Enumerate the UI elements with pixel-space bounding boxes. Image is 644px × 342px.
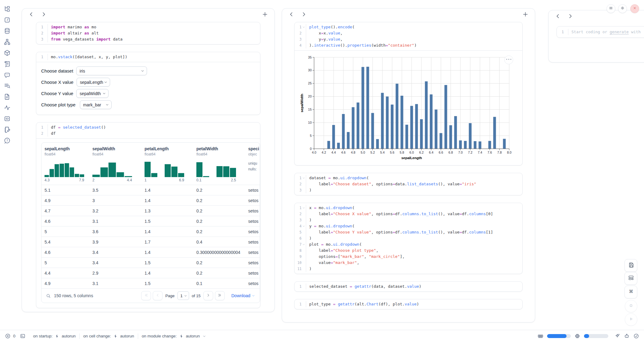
- table-footer: 150 rows, 5 columns Page 1 of 15: [41, 288, 260, 303]
- table-row: 4.93.11.50.1setos: [41, 278, 260, 288]
- dataset-dropdown[interactable]: iris: [76, 66, 147, 75]
- database-icon[interactable]: [4, 27, 11, 34]
- package-icon[interactable]: [4, 49, 11, 56]
- download-button[interactable]: Download: [231, 293, 256, 298]
- code-editor[interactable]: 1selected_dataset = getattr(data, datase…: [295, 282, 522, 291]
- bolt-icon: [113, 334, 118, 338]
- chart-actions-button[interactable]: [504, 55, 513, 64]
- table-cell: 5: [41, 229, 89, 234]
- altair-bar-chart[interactable]: 051015202530354.04.24.44.64.85.05.25.45.…: [299, 53, 512, 162]
- dropdown-row: Choose Y valuesepalWidth: [41, 89, 255, 98]
- y-value-dropdown[interactable]: sepalWidth: [76, 89, 109, 98]
- activity-icon[interactable]: [4, 104, 11, 111]
- svg-text:20: 20: [308, 94, 312, 98]
- svg-text:7.2: 7.2: [468, 151, 473, 154]
- xyplot-dropdowns-cell: 1x = mo.ui.dropdown(2 label="Choose X va…: [294, 203, 523, 274]
- chevron-down-icon: [251, 294, 256, 298]
- collapse-left-icon[interactable]: [288, 11, 295, 18]
- code-editor[interactable]: 1import marimo as mo2import altair as al…: [36, 22, 260, 44]
- file-tree-icon[interactable]: [4, 5, 11, 12]
- code-editor[interactable]: 1plot_type().encode(2 x=x.value,3 y=y.va…: [295, 22, 522, 50]
- page-select[interactable]: 1: [177, 291, 189, 300]
- column-header[interactable]: petalWidthfloat640.12.5: [193, 146, 245, 182]
- assistant-bot-icon[interactable]: [624, 333, 630, 339]
- expand-right-icon[interactable]: [300, 11, 307, 18]
- hierarchy-icon[interactable]: [4, 38, 11, 45]
- code-editor[interactable]: 1dataset = mo.ui.dropdown(2 label="Choos…: [295, 173, 522, 195]
- cpu-usage-meter: [584, 334, 608, 338]
- ai-sparkles-icon[interactable]: [614, 333, 620, 339]
- last-page-button[interactable]: [215, 291, 225, 300]
- code-editor[interactable]: 1mo.vstack([dataset, x, y, plot]): [36, 52, 260, 62]
- scroll-log-icon[interactable]: [4, 60, 11, 67]
- terminal-toggle[interactable]: [20, 333, 26, 339]
- document-icon[interactable]: [4, 93, 11, 100]
- connection-status-icon[interactable]: [633, 333, 639, 339]
- column-header[interactable]: sepalLengthfloat644.37.9: [41, 146, 89, 182]
- divider: [138, 333, 138, 339]
- table-cell: 1.5: [141, 219, 193, 224]
- generate-link[interactable]: generate: [610, 30, 629, 34]
- help-icon[interactable]: ?: [4, 137, 11, 144]
- code-editor[interactable]: 1x = mo.ui.dropdown(2 label="Choose X va…: [295, 203, 522, 274]
- svg-text:7.0: 7.0: [458, 151, 463, 154]
- close-column-button[interactable]: [630, 4, 639, 13]
- bolt-icon: [55, 334, 59, 338]
- table-cell: setos: [245, 188, 260, 193]
- svg-text:5.6: 5.6: [390, 151, 395, 154]
- table-cell: setos: [245, 229, 260, 234]
- stop-button[interactable]: [625, 300, 637, 312]
- prev-page-button[interactable]: [153, 291, 163, 300]
- on-startup-setting[interactable]: on startup: autorun: [33, 334, 76, 338]
- command-palette-button[interactable]: ⌘: [624, 286, 637, 298]
- table-cell: 1.4: [141, 271, 193, 276]
- next-page-button[interactable]: [203, 291, 213, 300]
- table-cell: 2.9: [89, 271, 141, 276]
- run-button[interactable]: [625, 313, 637, 326]
- on-module-change-setting[interactable]: on module change: autorun: [142, 334, 207, 338]
- snippets-icon[interactable]: [4, 115, 11, 122]
- table-row: 53.61.40.2setos: [41, 226, 260, 237]
- page-of-label: of 15: [192, 294, 201, 298]
- list-search-icon[interactable]: [4, 82, 11, 89]
- code-editor[interactable]: 1df = selected_dataset()2df: [36, 123, 260, 138]
- table-cell: 1.3: [141, 208, 193, 213]
- function-icon[interactable]: f: [4, 16, 11, 23]
- hist-max-label: 7.9: [79, 178, 84, 182]
- svg-text:4.8: 4.8: [351, 151, 356, 154]
- svg-text:6.8: 6.8: [449, 151, 453, 154]
- svg-text:6.4: 6.4: [429, 151, 434, 154]
- expand-right-icon[interactable]: [567, 13, 574, 20]
- chevron-down-icon: [103, 80, 108, 84]
- error-counter[interactable]: 0: [5, 333, 16, 339]
- column-header[interactable]: speciobjecuniqunulls:: [245, 146, 260, 182]
- save-button[interactable]: [624, 259, 637, 272]
- collapse-left-icon[interactable]: [555, 13, 561, 20]
- add-cell-button[interactable]: [522, 11, 529, 18]
- add-cell-button[interactable]: [262, 11, 268, 18]
- notebook-column-2: 1plot_type().encode(2 x=x.value,3 y=y.va…: [282, 8, 535, 322]
- notebook-edit-icon[interactable]: [4, 126, 11, 133]
- vstack-cell: 1mo.vstack([dataset, x, y, plot]) Choose…: [36, 52, 260, 115]
- settings-button[interactable]: [618, 4, 627, 13]
- vstack-output: Choose datasetirisChoose X valuesepalLen…: [36, 62, 260, 115]
- svg-text:4.2: 4.2: [322, 151, 326, 154]
- hist-max-label: 4.4: [127, 178, 132, 182]
- menu-button[interactable]: [606, 4, 615, 13]
- svg-text:sepalLength: sepalLength: [401, 156, 422, 160]
- collapse-left-icon[interactable]: [28, 11, 35, 18]
- column-header[interactable]: sepalWidthfloat6424.4: [89, 146, 141, 182]
- table-cell: 0.1: [193, 281, 245, 286]
- expand-right-icon[interactable]: [40, 11, 47, 18]
- column-header[interactable]: petalLengthfloat6416.9: [141, 146, 193, 182]
- layout-button[interactable]: [624, 272, 637, 285]
- x-value-dropdown[interactable]: sepalLength: [77, 78, 110, 87]
- first-page-button[interactable]: [141, 291, 151, 300]
- empty-cell-editor[interactable]: 1 Start coding or generate with: [556, 26, 644, 38]
- chat-bot-icon[interactable]: [4, 71, 11, 78]
- code-editor[interactable]: 1plot_type = getattr(alt.Chart(df), plot…: [295, 299, 522, 309]
- plot-type-dropdown[interactable]: mark_bar: [80, 100, 112, 109]
- on-cell-change-setting[interactable]: on cell change: autorun: [83, 334, 134, 338]
- table-search-icon[interactable]: [46, 293, 51, 298]
- table-cell: 5: [41, 260, 89, 265]
